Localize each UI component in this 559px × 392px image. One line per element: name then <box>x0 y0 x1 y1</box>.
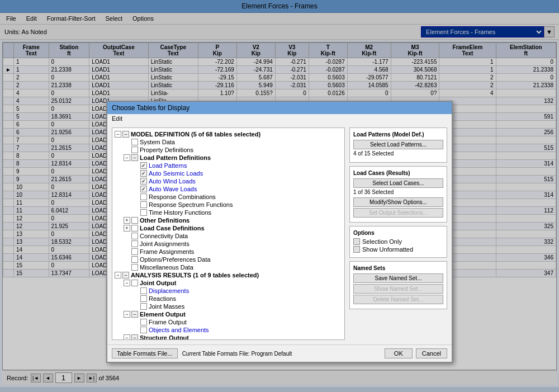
tree-expand-btn-joint_output[interactable]: − <box>124 280 130 286</box>
tree-expand-btn-elem_output[interactable]: − <box>124 311 130 318</box>
tree-checkbox-model_def[interactable] <box>122 131 129 138</box>
options-group: Options Selection Only Show Unformatted <box>349 226 447 258</box>
tree-item-joint_assign[interactable]: Joint Assignments <box>115 240 342 248</box>
tree-label-auto_wave: Auto Wave Loads <box>149 186 197 192</box>
tree-checkbox-other_def[interactable] <box>131 217 138 224</box>
tree-checkbox-frame_output[interactable] <box>140 319 147 325</box>
tree-checkbox-objects_elem[interactable] <box>140 327 147 333</box>
tree-item-system_data[interactable]: System Data <box>115 138 342 146</box>
tree-item-elem_output[interactable]: −Element Output <box>115 310 342 318</box>
tree-item-connectivity[interactable]: Connectivity Data <box>115 232 342 240</box>
tree-item-other_def[interactable]: +Other Definitions <box>115 216 342 224</box>
tree-checkbox-connectivity[interactable] <box>131 233 138 239</box>
tree-label-frame_output: Frame Output <box>149 319 187 325</box>
tree-checkbox-struct_output[interactable] <box>131 334 138 340</box>
tree-expand-btn-load_pat_def[interactable]: − <box>124 154 130 161</box>
tree-label-resp_comb: Response Combinations <box>149 193 216 200</box>
set-output-selections-btn[interactable]: Set Output Selections... <box>353 208 443 218</box>
tree-checkbox-analysis_res[interactable] <box>122 272 129 278</box>
tree-item-joint_output[interactable]: −Joint Output <box>115 279 342 287</box>
modify-show-options-btn[interactable]: Modify/Show Options... <box>353 197 443 207</box>
load-patterns-info: 4 of 15 Selected <box>353 150 443 157</box>
tree-expand-btn-load_case_def[interactable]: + <box>124 225 130 232</box>
selection-only-label: Selection Only <box>362 238 402 245</box>
tree-item-reactions[interactable]: Reactions <box>115 295 342 303</box>
tree-label-struct_output: Structure Output <box>140 334 189 340</box>
cancel-btn[interactable]: Cancel <box>416 348 447 358</box>
tree-expand-btn-struct_output[interactable]: − <box>124 334 130 340</box>
tree-checkbox-load_case_def[interactable] <box>131 225 138 232</box>
tree-expand-btn-model_def[interactable]: − <box>115 131 121 138</box>
tree-label-load_patterns: Load Patterns <box>149 162 187 169</box>
tree-checkbox-joint_output[interactable] <box>131 280 138 286</box>
tree-checkbox-time_hist[interactable] <box>140 209 147 216</box>
tree-item-misc_data[interactable]: Miscellaneous Data <box>115 263 342 271</box>
tree-label-load_case_def: Load Case Definitions <box>140 225 205 232</box>
tree-label-options_pref: Options/Preferences Data <box>140 256 211 263</box>
tree-item-load_case_def[interactable]: +Load Case Definitions <box>115 224 342 232</box>
tree-checkbox-joint_masses[interactable] <box>140 303 147 310</box>
tree-item-load_pat_def[interactable]: −Load Pattern Definitions <box>115 154 342 162</box>
tree-checkbox-prop_def[interactable] <box>131 147 138 153</box>
tree-label-objects_elem: Objects and Elements <box>149 327 209 333</box>
tree-label-joint_assign: Joint Assignments <box>140 240 190 247</box>
tree-label-model_def: MODEL DEFINITION (5 of 68 tables selecte… <box>131 131 260 138</box>
tree-panel[interactable]: −MODEL DEFINITION (5 of 68 tables select… <box>112 127 345 340</box>
modal-title: Choose Tables for Display <box>107 102 452 114</box>
tree-item-joint_masses[interactable]: Joint Masses <box>115 303 342 310</box>
tree-item-load_patterns[interactable]: Load Patterns <box>115 162 342 169</box>
table-formats-btn[interactable]: Table Formats File... <box>112 348 178 358</box>
tree-item-time_hist[interactable]: Time History Functions <box>115 209 342 216</box>
tree-item-struct_output[interactable]: −Structure Output <box>115 334 342 340</box>
tree-checkbox-system_data[interactable] <box>131 139 138 145</box>
tree-checkbox-auto_seismic[interactable] <box>140 170 147 177</box>
tree-checkbox-elem_output[interactable] <box>131 311 138 318</box>
tree-item-frame_output[interactable]: Frame Output <box>115 318 342 326</box>
tree-label-reactions: Reactions <box>149 295 176 302</box>
tree-item-resp_comb[interactable]: Response Combinations <box>115 193 342 201</box>
save-named-set-btn[interactable]: Save Named Set... <box>353 273 443 283</box>
modal-footer-right: OK Cancel <box>385 348 447 358</box>
named-sets-title: Named Sets <box>353 265 443 271</box>
options-title: Options <box>353 230 443 236</box>
tree-checkbox-auto_wave[interactable] <box>140 186 147 192</box>
tree-item-objects_elem[interactable]: Objects and Elements <box>115 326 342 334</box>
modal-title-text: Choose Tables for Display <box>112 104 190 112</box>
load-patterns-group: Load Patterns (Model Def.) Select Load P… <box>349 127 447 163</box>
tree-expand-btn-analysis_res[interactable]: − <box>115 272 121 278</box>
selection-only-checkbox[interactable] <box>353 238 360 245</box>
tree-checkbox-resp_comb[interactable] <box>140 193 147 200</box>
tree-item-prop_def[interactable]: Property Definitions <box>115 146 342 154</box>
tree-item-analysis_res[interactable]: −ANALYSIS RESULTS (1 of 9 tables selecte… <box>115 271 342 279</box>
tree-item-auto_wind[interactable]: Auto Wind Loads <box>115 177 342 185</box>
tree-checkbox-misc_data[interactable] <box>131 264 138 271</box>
tree-item-auto_wave[interactable]: Auto Wave Loads <box>115 185 342 193</box>
tree-item-resp_spec[interactable]: Response Spectrum Functions <box>115 201 342 209</box>
tree-checkbox-frame_assign[interactable] <box>131 248 138 255</box>
tree-item-model_def[interactable]: −MODEL DEFINITION (5 of 68 tables select… <box>115 130 342 138</box>
tree-checkbox-joint_assign[interactable] <box>131 240 138 247</box>
tree-item-options_pref[interactable]: Options/Preferences Data <box>115 256 342 263</box>
tree-checkbox-options_pref[interactable] <box>131 256 138 263</box>
tree-checkbox-resp_spec[interactable] <box>140 201 147 208</box>
tree-checkbox-load_pat_def[interactable] <box>131 154 138 161</box>
tree-item-displacements[interactable]: Displacements <box>115 287 342 295</box>
tree-checkbox-displacements[interactable] <box>140 287 147 294</box>
tree-label-auto_seismic: Auto Seismic Loads <box>149 170 203 177</box>
tree-item-auto_seismic[interactable]: Auto Seismic Loads <box>115 169 342 177</box>
tree-checkbox-reactions[interactable] <box>140 295 147 302</box>
tree-label-system_data: System Data <box>140 139 175 145</box>
tree-checkbox-load_patterns[interactable] <box>140 162 147 169</box>
select-load-patterns-btn[interactable]: Select Load Patterns... <box>353 140 443 149</box>
ok-btn[interactable]: OK <box>385 348 413 358</box>
delete-named-set-btn[interactable]: Delete Named Set... <box>353 295 443 304</box>
show-unformatted-checkbox[interactable] <box>353 246 360 253</box>
modal-footer-left: Table Formats File... Current Table Form… <box>112 348 292 358</box>
show-named-set-btn[interactable]: Show Named Set... <box>353 284 443 294</box>
tree-item-frame_assign[interactable]: Frame Assignments <box>115 248 342 256</box>
select-load-cases-btn[interactable]: Select Load Cases... <box>353 178 443 188</box>
right-panel: Load Patterns (Model Def.) Select Load P… <box>349 127 447 340</box>
tree-expand-btn-other_def[interactable]: + <box>124 217 130 224</box>
tree-checkbox-auto_wind[interactable] <box>140 178 147 185</box>
named-sets-group: Named Sets Save Named Set... Show Named … <box>349 261 447 309</box>
